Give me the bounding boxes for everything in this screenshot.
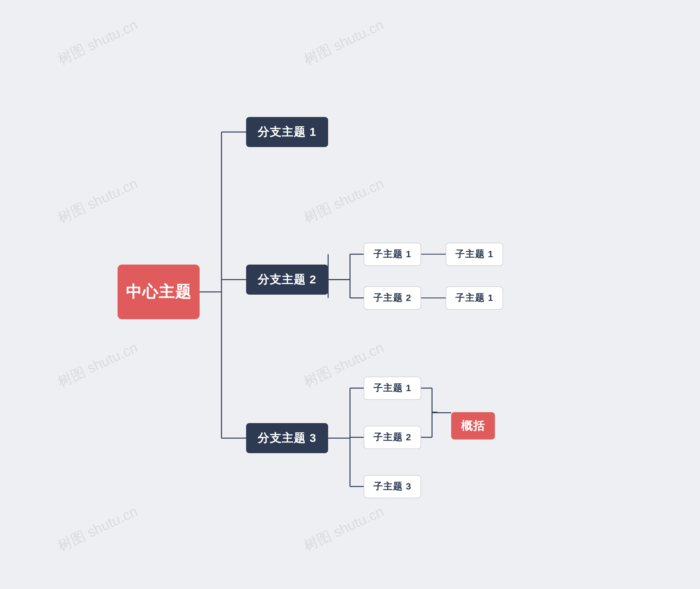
sub3-1-node[interactable]: 子主题 1 — [364, 377, 421, 400]
branch1-label: 分支主题 1 — [257, 124, 316, 140]
grand2-2-label: 子主题 1 — [455, 291, 494, 304]
branch2-label: 分支主题 2 — [257, 272, 316, 287]
branch1-node[interactable]: 分支主题 1 — [246, 117, 328, 147]
sub2-1-node[interactable]: 子主题 1 — [364, 243, 421, 266]
sub3-1-label: 子主题 1 — [373, 382, 411, 394]
sub3-2-node[interactable]: 子主题 2 — [364, 426, 421, 449]
grand2-1-label: 子主题 1 — [455, 248, 494, 260]
watermark-1: 树图 shutu.cn — [55, 16, 141, 69]
center-label: 中心主题 — [126, 281, 191, 303]
summary-node[interactable]: 概括 — [451, 412, 495, 439]
grand2-2-node[interactable]: 子主题 1 — [446, 286, 503, 310]
sub3-3-node[interactable]: 子主题 3 — [364, 475, 421, 498]
watermark-2: 树图 shutu.cn — [301, 16, 387, 69]
branch3-node[interactable]: 分支主题 3 — [246, 423, 328, 453]
sub3-2-label: 子主题 2 — [373, 431, 411, 444]
grand2-1-node[interactable]: 子主题 1 — [446, 243, 503, 266]
branch3-label: 分支主题 3 — [257, 430, 316, 446]
branch2-node[interactable]: 分支主题 2 — [246, 264, 328, 294]
center-node[interactable]: 中心主题 — [118, 264, 200, 319]
summary-label: 概括 — [461, 418, 485, 433]
mind-map-diagram: 中心主题 分支主题 1 分支主题 2 分支主题 3 子主题 1 子主题 2 子主… — [104, 62, 596, 527]
sub3-3-label: 子主题 3 — [373, 480, 411, 493]
sub2-2-node[interactable]: 子主题 2 — [364, 286, 421, 310]
sub2-2-label: 子主题 2 — [373, 291, 411, 304]
sub2-1-label: 子主题 1 — [373, 248, 411, 260]
